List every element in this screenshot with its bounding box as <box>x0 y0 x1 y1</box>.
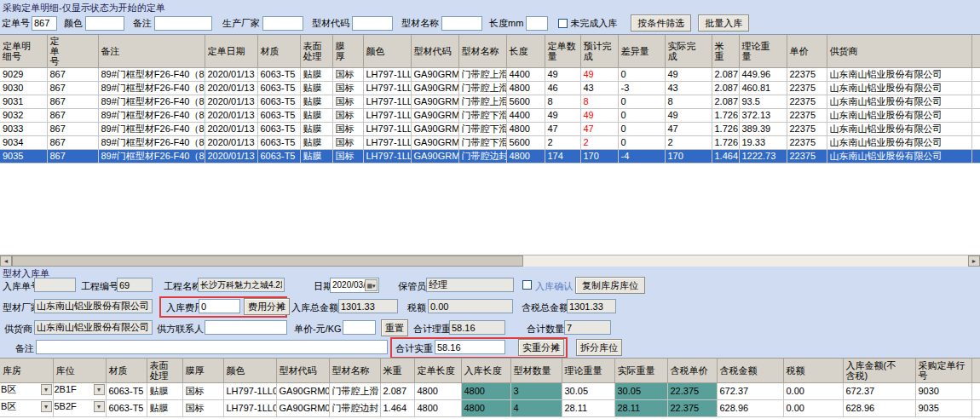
dropdown-arrow-icon[interactable]: ▾ <box>94 401 105 412</box>
cell: B区▾ <box>0 399 53 416</box>
order-no-label: 定单号 <box>2 17 30 30</box>
column-header[interactable]: 库房 <box>0 359 53 382</box>
length-filter-input[interactable] <box>526 16 548 31</box>
horizontal-scrollbar[interactable]: ◄ ► <box>0 255 980 267</box>
fee-input[interactable] <box>199 299 240 313</box>
table-row[interactable]: 903286789#门框型材F26-F40（866+867）2020/01/13… <box>0 109 980 123</box>
scroll-right-icon[interactable]: ► <box>968 255 980 267</box>
table-row[interactable]: 903386789#门框型材F26-F40（866+867）2020/01/13… <box>0 123 980 136</box>
column-header[interactable]: 型材代码 <box>276 359 329 382</box>
inbound-no-input[interactable] <box>34 278 76 292</box>
column-header[interactable]: 型材数量 <box>510 359 562 382</box>
actual-weight-share-button[interactable]: 实重分摊 <box>518 339 564 356</box>
column-header[interactable]: 税额 <box>783 359 843 382</box>
table-row[interactable]: 903486789#门框型材F26-F40（866+867）2020/01/13… <box>0 136 980 150</box>
factory-input[interactable] <box>34 299 153 313</box>
total-with-tax-input[interactable] <box>567 299 616 313</box>
column-header[interactable]: 定 单 号 <box>47 35 98 68</box>
cell: 89#门框型材F26-F40（866+867） <box>98 109 205 123</box>
table-row[interactable]: B区▾2B1F▾6063-T5贴膜国标LH797-1LL0GA90GRM03门带… <box>0 382 980 399</box>
column-header[interactable]: 入库长度 <box>461 359 510 382</box>
column-header[interactable]: 颜色 <box>363 35 411 68</box>
column-header[interactable]: 含税单价 <box>667 359 717 382</box>
column-header[interactable]: 实际完 成 <box>665 35 712 68</box>
column-header[interactable]: 单价 <box>787 35 827 68</box>
project-name-input[interactable] <box>198 278 285 292</box>
column-header[interactable]: 入库金额(不 含税) <box>843 359 915 382</box>
supplier-input[interactable] <box>34 320 153 335</box>
column-header[interactable]: 膜 厚 <box>332 35 363 68</box>
contact-input[interactable] <box>205 320 287 335</box>
table-row[interactable]: 902986789#门框型材F26-F40（866+867）2020/01/13… <box>0 68 980 82</box>
color-filter-input[interactable] <box>85 16 124 31</box>
cell: 门带腔边封 <box>329 399 380 416</box>
dropdown-arrow-icon[interactable]: ▾ <box>41 384 52 395</box>
reset-button[interactable]: 重置 <box>381 319 408 336</box>
column-header[interactable]: 材质 <box>257 35 300 68</box>
column-header[interactable]: 实际重量 <box>614 359 667 382</box>
split-location-button[interactable]: 拆分库位 <box>576 339 622 356</box>
qty-total-input[interactable] <box>564 320 611 335</box>
column-header[interactable]: 定单长度 <box>414 359 461 382</box>
dropdown-arrow-icon[interactable]: ▾ <box>94 384 105 395</box>
cell: 47 <box>665 123 712 136</box>
fee-share-button[interactable]: 费用分摊 <box>244 298 290 315</box>
inbound-confirm-checkbox[interactable] <box>522 280 532 290</box>
unit-price-input[interactable] <box>343 320 376 335</box>
column-header[interactable]: 定单日期 <box>205 35 257 68</box>
column-header[interactable]: 定单数 量 <box>545 35 580 68</box>
scroll-left-icon[interactable]: ◄ <box>0 255 12 267</box>
actual-total-input[interactable] <box>435 340 505 354</box>
remark-input[interactable] <box>36 340 388 354</box>
maker-filter-input[interactable] <box>262 16 303 31</box>
column-header[interactable]: 膜厚 <box>182 359 223 382</box>
cell: LH797-1LL0 <box>223 382 276 399</box>
code-filter-input[interactable] <box>352 16 393 31</box>
cell: 门带腔边封 <box>458 150 506 164</box>
column-header[interactable]: 差异量 <box>618 35 665 68</box>
dropdown-arrow-icon[interactable]: ▾ <box>41 401 52 412</box>
theory-total-input[interactable] <box>449 320 505 335</box>
combo-value: B区 <box>1 383 16 396</box>
cell: GA90GRM03 <box>276 382 329 399</box>
table-row[interactable]: 903586789#门框型材F26-F40（866+867）2020/01/13… <box>0 150 980 164</box>
column-header[interactable]: 含税金额 <box>717 359 783 382</box>
date-input[interactable]: 2020/03/31 ▦▾ <box>330 278 379 293</box>
unfinished-checkbox[interactable] <box>558 19 568 28</box>
batch-inbound-button[interactable]: 批量入库 <box>698 14 749 32</box>
calendar-dropdown-icon[interactable]: ▦▾ <box>365 279 378 291</box>
column-header[interactable]: 预计完 成 <box>580 35 618 68</box>
copy-warehouse-button[interactable]: 复制库房库位 <box>575 277 645 294</box>
column-header[interactable]: 表面 处理 <box>147 359 182 382</box>
table-row[interactable]: B区▾5B2F▾6063-T5贴膜国标LH797-1LL0GA90GRM05门带… <box>0 399 980 416</box>
table-row[interactable]: 903186789#门框型材F26-F40（866+867）2020/01/13… <box>0 95 980 109</box>
column-header[interactable]: 理论重量 <box>562 359 614 382</box>
total-amount-input[interactable] <box>338 299 398 313</box>
project-no-input[interactable] <box>117 278 153 292</box>
scrollbar-thumb[interactable] <box>12 255 523 267</box>
tax-input[interactable] <box>428 299 513 313</box>
table-row[interactable]: 903086789#门框型材F26-F40（866+867）2020/01/13… <box>0 82 980 95</box>
column-header[interactable]: 理论重 量 <box>739 35 787 68</box>
column-header[interactable]: 定单明 细号 <box>0 35 47 68</box>
column-header[interactable]: 材质 <box>106 359 147 382</box>
filter-by-condition-button[interactable]: 按条件筛选 <box>631 14 691 32</box>
name-filter-input[interactable] <box>441 16 482 31</box>
column-header[interactable]: 型材名称 <box>329 359 380 382</box>
order-no-input[interactable] <box>32 16 57 31</box>
column-header[interactable]: 型材名称 <box>458 35 506 68</box>
column-header[interactable]: 颜色 <box>223 359 276 382</box>
cell: 672.37 <box>843 382 915 399</box>
keeper-input[interactable] <box>426 278 514 292</box>
column-header[interactable]: 备注 <box>98 35 205 68</box>
remark-filter-input[interactable] <box>154 16 212 31</box>
cell: 9030 <box>0 82 47 95</box>
column-header[interactable]: 米 重 <box>712 35 739 68</box>
column-header[interactable]: 采购定单行 号 <box>915 359 971 382</box>
column-header[interactable]: 库位 <box>53 359 106 382</box>
column-header[interactable]: 长度 <box>506 35 545 68</box>
column-header[interactable]: 表面 处理 <box>300 35 332 68</box>
column-header[interactable]: 米重 <box>380 359 414 382</box>
column-header[interactable]: 型材代码 <box>411 35 458 68</box>
column-header[interactable]: 供货商 <box>827 35 971 68</box>
